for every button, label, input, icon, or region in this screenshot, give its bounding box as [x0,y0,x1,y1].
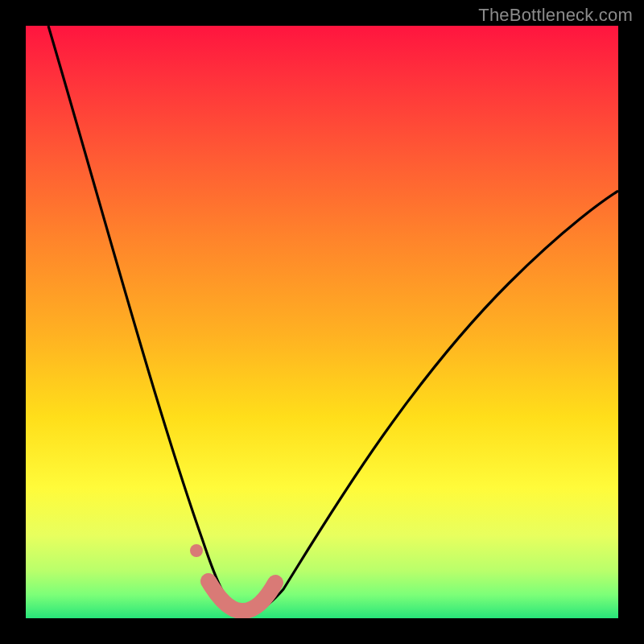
watermark-text: TheBottleneck.com [478,5,633,26]
marker-dot [190,544,203,557]
bottleneck-curve [48,26,618,613]
bottleneck-curve-svg [26,26,618,618]
optimal-range-marker [208,581,275,611]
chart-frame: TheBottleneck.com [0,0,644,644]
plot-area [26,26,618,618]
